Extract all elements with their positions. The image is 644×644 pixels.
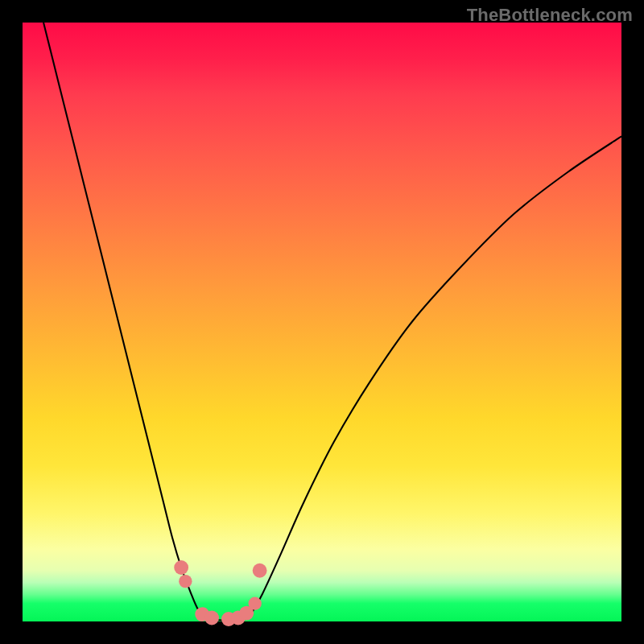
marker-dot-8: [253, 564, 267, 578]
marker-dot-0: [174, 560, 188, 575]
curve-right-branch: [250, 136, 621, 615]
marker-dot-7: [248, 597, 261, 610]
chart-plot-area: [23, 23, 621, 621]
marker-dot-1: [179, 575, 192, 588]
marker-group: [174, 560, 266, 626]
marker-dot-3: [204, 611, 219, 625]
curve-left-branch: [43, 23, 205, 617]
chart-svg: [23, 23, 621, 621]
chart-frame: TheBottleneck.com: [0, 0, 644, 644]
